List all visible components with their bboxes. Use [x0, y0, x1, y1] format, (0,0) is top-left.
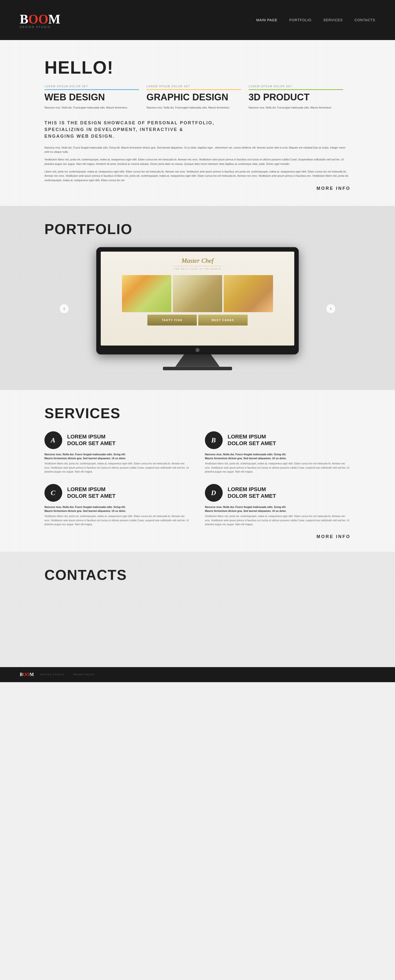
hero-col-2: LOREM OPSUM DOLOR SET GRAPHIC DESIGN Nas…	[146, 85, 248, 110]
service-desc-b: Vestibulum libero nisl, porta vel, scele…	[205, 462, 351, 474]
hero-body-3: Libero nisl, porta vel, scelerisquopet, …	[44, 170, 351, 182]
monitor-chin	[101, 345, 294, 355]
screen-tagline: THE BEST FOOD IN THE WORLD	[173, 268, 222, 270]
service-icon-b: B.	[205, 431, 223, 449]
monitor-base	[163, 367, 232, 370]
banner-best-cakes: BEST CAKES	[198, 315, 247, 326]
logo-m: M	[48, 12, 60, 27]
screen-script-title: Master Chef	[173, 257, 222, 264]
hero-col-2-divider	[146, 89, 241, 90]
hero-col-3-text: Nasceus mus. Nulla dui. Fusceugiat males…	[249, 106, 343, 110]
logo-sub: DESIGN STUDIO	[20, 25, 60, 29]
screen-divider	[173, 266, 222, 266]
food-img-2	[173, 275, 222, 312]
food-img-3	[224, 275, 273, 312]
service-desc-c: Vestibulum libero nisl, porta vel, scele…	[44, 514, 190, 527]
service-icon-letter-c: C.	[51, 489, 56, 497]
logo-b: B	[20, 12, 29, 27]
services-more-info[interactable]: MORE INFO	[44, 534, 351, 539]
footer-logo-m: M	[30, 672, 34, 677]
hero-section: HELLO! LOREM OPSUM DOLOR SET WEB DESIGN …	[0, 40, 395, 206]
hero-col-3-label: LOREM OPSUM DOLOR SET	[249, 85, 343, 88]
footer-privacy-link[interactable]: PRIVACY POLICY	[73, 673, 95, 676]
service-subtitle-d: Nasceus mus, Nulla dui. Fusce feugiat ma…	[205, 505, 351, 513]
footer-logo-b: B	[20, 672, 23, 677]
contacts-section: CONTACTS	[0, 552, 395, 667]
service-item-c: C. LOREM IPSUM DOLOR SET AMET Nasceus mu…	[44, 484, 190, 527]
portfolio-title: PORTFOLIO	[44, 221, 351, 237]
contacts-title: CONTACTS	[44, 566, 351, 583]
hero-col-2-label: LOREM OPSUM DOLOR SET	[146, 85, 241, 88]
hero-title: HELLO!	[44, 57, 351, 78]
hero-columns: LOREM OPSUM DOLOR SET WEB DESIGN Nasceus…	[44, 85, 351, 110]
monitor-screen: Master Chef THE BEST FOOD IN THE WORLD T…	[101, 251, 294, 345]
footer-logo-oo: OO	[23, 672, 30, 677]
screen-inner: Master Chef THE BEST FOOD IN THE WORLD T…	[101, 251, 294, 345]
hero-col-3-divider	[249, 89, 343, 90]
service-desc-a: Vestibulum libero nisl, porta vel, scele…	[44, 462, 190, 474]
hero-showcase-text: THIS IS THE DESIGN SHOWCASE OF PERSONAL …	[44, 119, 351, 140]
service-icon-c: C.	[44, 484, 62, 502]
service-header-b: B. LOREM IPSUM DOLOR SET AMET	[205, 431, 351, 449]
service-title-d: LOREM IPSUM DOLOR SET AMET	[228, 486, 276, 499]
services-grid: A. LOREM IPSUM DOLOR SET AMET Nasceus mu…	[44, 431, 351, 527]
food-images	[101, 273, 294, 315]
monitor-assembly: Master Chef THE BEST FOOD IN THE WORLD T…	[96, 247, 299, 370]
hero-col-1: LOREM OPSUM DOLOR SET WEB DESIGN Nasceus…	[44, 85, 146, 110]
hero-col-3: LOREM OPSUM DOLOR SET 3D PRODUCT Nasceus…	[249, 85, 351, 110]
hero-col-1-text: Nasceus mus. Nulla dui. Fusceugiat males…	[44, 106, 139, 110]
header: B OO M DESIGN STUDIO MAIN PAGE PORTFOLIO…	[0, 0, 395, 40]
service-desc-d: Vestibulum libero nisl, porta vel, scele…	[205, 514, 351, 527]
hero-body-2: Vestibulum libero nisl, porta vel, scele…	[44, 158, 351, 166]
food-img-1	[122, 275, 171, 312]
service-icon-letter-d: D.	[211, 489, 217, 497]
hero-body-1: Nasceus mus, Nulla dui. Fusce feugiat ma…	[44, 146, 351, 154]
nav-main-page[interactable]: MAIN PAGE	[256, 18, 278, 22]
service-icon-d: D.	[205, 484, 223, 502]
service-header-a: A. LOREM IPSUM DOLOR SET AMET	[44, 431, 190, 449]
nav-services[interactable]: SERVICES	[323, 18, 343, 22]
portfolio-section: PORTFOLIO ‹ › Master Chef THE BEST FOOD …	[0, 206, 395, 390]
service-item-b: B. LOREM IPSUM DOLOR SET AMET Nasceus mu…	[205, 431, 351, 474]
service-subtitle-b: Nasceus mus, Nulla dui. Fusce feugiat ma…	[205, 453, 351, 460]
service-item-d: D. LOREM IPSUM DOLOR SET AMET Nasceus mu…	[205, 484, 351, 527]
hero-more-info[interactable]: MORE INFO	[44, 186, 351, 191]
service-item-a: A. LOREM IPSUM DOLOR SET AMET Nasceus mu…	[44, 431, 190, 474]
service-title-c: LOREM IPSUM DOLOR SET AMET	[67, 486, 116, 499]
monitor-wrapper: ‹ › Master Chef THE BEST FOOD IN THE WOR…	[44, 247, 351, 370]
service-title-wrap-a: LOREM IPSUM DOLOR SET AMET	[67, 434, 116, 447]
service-header-c: C. LOREM IPSUM DOLOR SET AMET	[44, 484, 190, 502]
footer-links: PRIVACY POLICY	[73, 673, 95, 676]
service-icon-a: A.	[44, 431, 62, 449]
footer: B OO M DESIGN STUDIO PRIVACY POLICY	[0, 667, 395, 682]
nav-portfolio[interactable]: PORTFOLIO	[289, 18, 312, 22]
monitor: Master Chef THE BEST FOOD IN THE WORLD T…	[96, 247, 299, 355]
service-title-a: LOREM IPSUM DOLOR SET AMET	[67, 434, 116, 447]
apple-logo-icon	[195, 348, 200, 352]
screen-title-area: Master Chef THE BEST FOOD IN THE WORLD	[173, 251, 222, 273]
banner-tasty-fish: TASTY FISH	[148, 315, 197, 326]
service-title-wrap-c: LOREM IPSUM DOLOR SET AMET	[67, 486, 116, 499]
logo: B OO M DESIGN STUDIO	[20, 12, 60, 29]
service-title-b: LOREM IPSUM DOLOR SET AMET	[228, 434, 276, 447]
services-title: SERVICES	[44, 405, 351, 422]
service-title-wrap-d: LOREM IPSUM DOLOR SET AMET	[228, 486, 276, 499]
monitor-stand	[175, 355, 220, 367]
nav-contacts[interactable]: CONTACTS	[355, 18, 375, 22]
service-title-wrap-b: LOREM IPSUM DOLOR SET AMET	[228, 434, 276, 447]
service-subtitle-c: Nasceus mus, Nulla dui. Fusce feugiat ma…	[44, 505, 190, 513]
next-arrow[interactable]: ›	[326, 304, 336, 313]
screen-banners: TASTY FISH BEST CAKES	[101, 315, 294, 329]
hero-col-3-heading: 3D PRODUCT	[249, 92, 343, 102]
hero-col-1-divider	[44, 89, 139, 90]
hero-col-1-label: LOREM OPSUM DOLOR SET	[44, 85, 139, 88]
services-section: SERVICES A. LOREM IPSUM DOLOR SET AMET N…	[0, 390, 395, 552]
hero-col-1-heading: WEB DESIGN	[44, 92, 139, 102]
main-nav: MAIN PAGE PORTFOLIO SERVICES CONTACTS	[256, 18, 375, 22]
service-subtitle-a: Nasceus mus, Nulla dui. Fusce feugiat ma…	[44, 453, 190, 460]
service-icon-letter-a: A.	[51, 436, 56, 444]
service-icon-letter-b: B.	[211, 436, 216, 444]
service-header-d: D. LOREM IPSUM DOLOR SET AMET	[205, 484, 351, 502]
prev-arrow[interactable]: ‹	[59, 304, 69, 313]
footer-studio: DESIGN STUDIO	[40, 673, 64, 676]
